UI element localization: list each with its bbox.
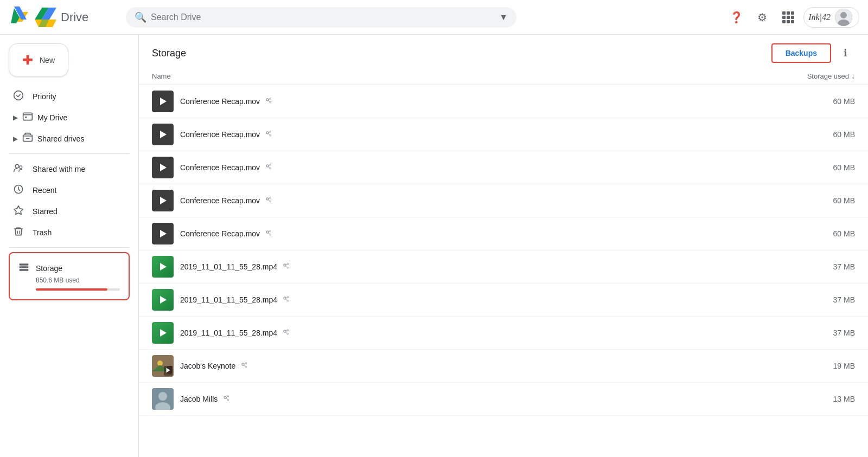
svg-line-72: [244, 365, 245, 366]
svg-point-70: [245, 366, 247, 368]
trash-icon: [13, 226, 24, 239]
sidebar-item-shared-drives[interactable]: ▶ Shared drives: [0, 128, 130, 149]
user-badge[interactable]: Ink|42: [803, 7, 859, 28]
sidebar-item-priority[interactable]: Priority: [0, 86, 130, 107]
sidebar-item-recent[interactable]: Recent: [0, 179, 130, 201]
col-name-header: Name: [152, 72, 768, 80]
sidebar-item-shared-with-me[interactable]: Shared with me: [0, 158, 130, 179]
file-row[interactable]: Jacob's Keynote 19 MB: [139, 350, 868, 383]
file-storage: 60 MB: [768, 229, 855, 238]
file-name-area: Jacob's Keynote: [180, 361, 768, 371]
storage-bar-fill: [36, 288, 107, 291]
storage-title-row: Storage: [18, 262, 120, 274]
sidebar-item-label: Recent: [33, 186, 56, 195]
file-icon: [152, 91, 174, 112]
file-storage: 60 MB: [768, 130, 855, 139]
svg-point-15: [20, 166, 22, 169]
file-name: Jacob Mills: [180, 395, 218, 403]
svg-line-27: [269, 100, 270, 102]
info-button[interactable]: ℹ: [835, 43, 855, 63]
avatar: [835, 9, 852, 26]
svg-point-40: [270, 201, 271, 202]
file-row[interactable]: Jacob Mills 13 MB: [139, 383, 868, 416]
file-row[interactable]: Conference Recap.mov 60 MB: [139, 85, 868, 118]
sidebar-item-label: Priority: [33, 92, 56, 101]
new-plus-icon: ✚: [22, 53, 33, 68]
col-storage-header[interactable]: Storage used ↓: [768, 72, 855, 80]
search-dropdown-icon[interactable]: ▼: [499, 12, 508, 22]
sidebar-storage-section[interactable]: Storage 850.6 MB used: [9, 252, 130, 300]
file-storage: 60 MB: [768, 97, 855, 106]
sidebar-item-label: Shared drives: [37, 134, 84, 143]
file-name: 2019_11_01_11_55_28.mp4: [180, 295, 277, 304]
svg-rect-21: [20, 266, 29, 268]
svg-point-25: [270, 101, 271, 103]
video-dark-icon: [152, 157, 174, 178]
file-name: Conference Recap.mov: [180, 130, 260, 139]
sidebar-item-starred[interactable]: Starred: [0, 201, 130, 222]
file-storage: 13 MB: [768, 395, 855, 403]
file-icon: [152, 190, 174, 211]
topbar: Drive 🔍 ▼ ❓ ⚙ Ink|42: [0, 0, 868, 35]
svg-point-60: [287, 333, 289, 334]
svg-point-59: [287, 329, 289, 331]
sidebar-item-my-drive[interactable]: ▶ My Drive: [0, 107, 130, 128]
file-row[interactable]: Conference Recap.mov 60 MB: [139, 184, 868, 217]
shared-icon: [222, 394, 231, 404]
expand-arrow-icon: ▶: [13, 135, 18, 143]
file-row[interactable]: Conference Recap.mov 60 MB: [139, 151, 868, 184]
search-input[interactable]: [151, 12, 495, 22]
file-name-area: Jacob Mills: [180, 394, 768, 404]
sidebar-item-label: Trash: [33, 228, 52, 237]
file-name-area: Conference Recap.mov: [180, 96, 768, 107]
svg-point-28: [266, 132, 269, 134]
header-actions: Backups ℹ: [771, 43, 855, 63]
shared-icon: [240, 361, 248, 371]
file-row[interactable]: Conference Recap.mov 60 MB: [139, 217, 868, 250]
shared-icon: [264, 229, 273, 239]
file-row[interactable]: 2019_11_01_11_55_28.mp4 37 MB: [139, 317, 868, 350]
file-row[interactable]: 2019_11_01_11_55_28.mp4 37 MB: [139, 284, 868, 317]
logo-area: Drive: [9, 7, 117, 28]
svg-point-38: [266, 198, 269, 200]
file-icon: [152, 322, 174, 344]
shared-icon: [264, 96, 273, 107]
file-row[interactable]: 2019_11_01_11_55_28.mp4 37 MB: [139, 250, 868, 284]
file-storage: 60 MB: [768, 163, 855, 172]
shared-icon: [282, 262, 290, 272]
svg-line-80: [226, 398, 227, 400]
svg-line-52: [286, 266, 287, 267]
file-list: Conference Recap.mov 60 MB Conference Re…: [139, 85, 868, 416]
sidebar-item-trash[interactable]: Trash: [0, 222, 130, 243]
svg-point-33: [266, 165, 269, 167]
file-name: Conference Recap.mov: [180, 163, 260, 172]
video-dark-icon: [152, 190, 174, 211]
backups-button[interactable]: Backups: [771, 43, 831, 63]
help-button[interactable]: ❓: [725, 7, 747, 28]
file-name: Conference Recap.mov: [180, 229, 260, 238]
svg-point-34: [270, 164, 271, 165]
file-name: 2019_11_01_11_55_28.mp4: [180, 329, 277, 337]
file-name-area: Conference Recap.mov: [180, 130, 768, 140]
file-row[interactable]: Conference Recap.mov 60 MB: [139, 118, 868, 151]
svg-point-48: [284, 264, 286, 266]
file-name-area: 2019_11_01_11_55_28.mp4: [180, 328, 768, 338]
video-dark-icon: [152, 124, 174, 145]
settings-button[interactable]: ⚙: [751, 7, 773, 28]
apps-button[interactable]: [777, 7, 799, 28]
svg-point-74: [158, 392, 167, 401]
new-button[interactable]: ✚ New: [9, 43, 68, 77]
file-list-header: Name Storage used ↓: [139, 67, 868, 85]
file-storage: 37 MB: [768, 295, 855, 304]
name-col-label: Name: [152, 72, 171, 80]
svg-point-29: [270, 131, 271, 132]
shared-icon: [264, 130, 273, 140]
search-bar[interactable]: 🔍 ▼: [126, 7, 516, 28]
video-dark-icon: [152, 223, 174, 244]
svg-marker-67: [167, 368, 170, 373]
svg-point-69: [245, 362, 247, 364]
expand-arrow-icon: ▶: [13, 114, 18, 121]
svg-rect-20: [20, 263, 29, 265]
svg-point-35: [270, 168, 271, 169]
search-icon: 🔍: [135, 11, 146, 23]
